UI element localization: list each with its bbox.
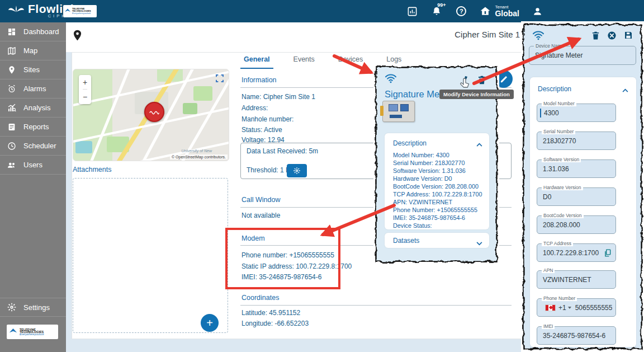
- threshold-settings-button[interactable]: [287, 164, 307, 177]
- teledyne-logo: TELEDYNE TECHNOLOGIES Everywhereyoulook: [63, 5, 97, 17]
- notification-count-badge: 99+: [437, 2, 446, 8]
- sidebar: Dashboard Map Sites Alarms Analysis Repo…: [0, 22, 66, 352]
- device-card-popup: Signature Meter Modify Device Informatio…: [373, 64, 499, 265]
- sidebar-item-map[interactable]: Map: [0, 41, 66, 60]
- datasets-panel[interactable]: Datasets: [385, 233, 489, 248]
- coordinates-heading: Coordinates: [242, 294, 279, 302]
- delete-device-icon[interactable]: [591, 31, 600, 43]
- software-version-row: Software Version: 1.31.036: [393, 167, 482, 175]
- dial-code-dropdown-caret-icon[interactable]: [568, 307, 571, 309]
- editor-description-card: Description Model Number 4300 Serial Num…: [530, 77, 636, 347]
- attachments-heading: Attachments: [73, 166, 111, 173]
- map-fullscreen-icon[interactable]: [215, 74, 224, 83]
- phone-number-row: Phone Number: +15065555555: [393, 206, 482, 214]
- map-zoom-control: + −: [79, 75, 91, 104]
- map-zoom-in-button[interactable]: +: [83, 75, 87, 90]
- hardware-version-field[interactable]: Hardware Version D0: [537, 187, 616, 206]
- gear-icon: [293, 167, 301, 175]
- dashboard-icon: [7, 27, 16, 36]
- bootcode-version-field[interactable]: BootCode Version 208.208.000: [537, 215, 616, 234]
- phone-number-field[interactable]: Phone Number +1 5065555555: [537, 298, 616, 317]
- poll-status-icon[interactable]: [400, 0, 424, 22]
- sidebar-item-users[interactable]: Users: [0, 156, 66, 175]
- teledyne-arrow-icon: [64, 8, 71, 15]
- delete-device-icon[interactable]: [477, 75, 486, 87]
- users-icon: [7, 161, 16, 170]
- canada-flag-icon[interactable]: [545, 304, 556, 311]
- tab-devices[interactable]: Devices: [335, 53, 366, 69]
- bootcode-version-row: BootCode Version: 208.208.000: [393, 182, 482, 190]
- phone-number-value: 5065555555: [575, 304, 612, 312]
- data-last-received: Data Last Received: 5m: [247, 147, 318, 155]
- site-address-row: Address:: [242, 104, 268, 112]
- add-attachment-button[interactable]: +: [201, 314, 219, 332]
- settings-gear-icon: [7, 303, 16, 312]
- sidebar-item-analysis[interactable]: Analysis: [0, 98, 66, 118]
- call-window-heading: Call Window: [242, 196, 280, 204]
- notifications-bell-icon[interactable]: 99+: [424, 0, 449, 22]
- text-cursor: [540, 109, 541, 118]
- report-doc-icon: [7, 123, 16, 132]
- serial-number-field[interactable]: Serial Number 218J02770: [537, 132, 616, 150]
- imei-field[interactable]: IMEI 35-246875-987654-6: [537, 326, 616, 345]
- site-pin-icon: [7, 65, 16, 74]
- site-map[interactable]: + − University of New © OpenStreetMap co…: [73, 69, 229, 161]
- user-account-icon[interactable]: [525, 0, 550, 22]
- datasets-heading: Datasets: [393, 237, 419, 245]
- device-description-rows: Model Number: 4300 Serial Number: 218J02…: [393, 151, 482, 229]
- sidebar-item-reports[interactable]: Reports: [0, 118, 66, 137]
- dial-code[interactable]: +1: [558, 304, 566, 312]
- latitude-row: Latitude: 45.951152: [242, 309, 300, 317]
- flowlink-leaf-icon: [8, 4, 25, 18]
- alarm-clock-icon: [7, 85, 16, 93]
- tab-general[interactable]: General: [240, 53, 273, 69]
- app-root: Flowlink CIPHER TELEDYNE TECHNOLOGIES Ev…: [0, 0, 644, 352]
- editor-wifi-icon: [532, 30, 544, 43]
- map-zoom-out-button[interactable]: −: [83, 90, 87, 104]
- device-editor-panel: Device Name Signature Meter Description …: [521, 21, 644, 352]
- sidebar-teledyne-logo: TELEDYNE TECHNOLOGIES Everywhereyoulook: [7, 325, 58, 339]
- site-status-row: Status: Active: [242, 126, 282, 134]
- analysis-chart-icon: [7, 104, 16, 112]
- hardware-version-row: Hardware Version: D0: [393, 175, 482, 182]
- expand-datasets-chevron-down-icon[interactable]: [476, 238, 482, 248]
- tcp-address-field[interactable]: TCP Address 100.72.229.8:1700: [537, 243, 616, 262]
- software-version-field[interactable]: Software Version 1.31.036: [537, 159, 616, 178]
- model-number-row: Model Number: 4300: [393, 151, 482, 159]
- map-attribution[interactable]: © OpenStreetMap contributors.: [170, 154, 228, 159]
- site-location-pin-icon: [73, 30, 82, 41]
- collapse-description-chevron-up-icon[interactable]: [622, 85, 628, 95]
- apn-field[interactable]: APN VZWINTERNET: [537, 270, 616, 289]
- divider: [240, 305, 512, 306]
- device-photo: [382, 101, 415, 122]
- tenant-home-icon: [479, 6, 491, 17]
- modem-highlight-annotation: [225, 228, 340, 289]
- map-icon: [7, 46, 16, 55]
- help-icon[interactable]: ?: [449, 0, 473, 22]
- device-name-field[interactable]: Device Name Signature Meter: [529, 46, 636, 65]
- map-place-label: University of New: [182, 149, 212, 153]
- apn-row: APN: VZWINTERNET: [393, 198, 482, 206]
- page-title: Cipher Sim Site 1: [454, 30, 520, 39]
- pencil-icon: [500, 75, 508, 83]
- copy-tcp-address-icon[interactable]: [604, 249, 611, 259]
- tenant-selector[interactable]: Tenant Global: [473, 0, 525, 22]
- editor-description-heading: Description: [538, 85, 571, 93]
- device-status-row: Device Status:: [393, 222, 482, 229]
- sidebar-item-alarms[interactable]: Alarms: [0, 79, 66, 98]
- sidebar-item-settings[interactable]: Settings: [0, 298, 66, 317]
- device-description-panel: Description Model Number: 4300 Serial Nu…: [385, 133, 489, 229]
- attachments-dropzone[interactable]: [73, 178, 228, 333]
- tenant-value: Global: [495, 10, 519, 17]
- model-number-field[interactable]: Model Number 4300: [537, 104, 616, 122]
- tcp-address-row: TCP Address: 100.72.229.8:1700: [393, 190, 482, 198]
- site-map-marker[interactable]: [144, 102, 164, 122]
- sidebar-item-scheduler[interactable]: Scheduler: [0, 137, 66, 156]
- sidebar-item-dashboard[interactable]: Dashboard: [0, 22, 66, 41]
- collapse-description-chevron-up-icon[interactable]: [476, 139, 482, 149]
- serial-number-row: Serial Number: 218J02770: [393, 159, 482, 167]
- tab-events[interactable]: Events: [290, 53, 318, 69]
- sidebar-item-sites[interactable]: Sites: [0, 60, 66, 79]
- save-device-icon[interactable]: [624, 31, 633, 43]
- cancel-edit-icon[interactable]: [607, 31, 617, 43]
